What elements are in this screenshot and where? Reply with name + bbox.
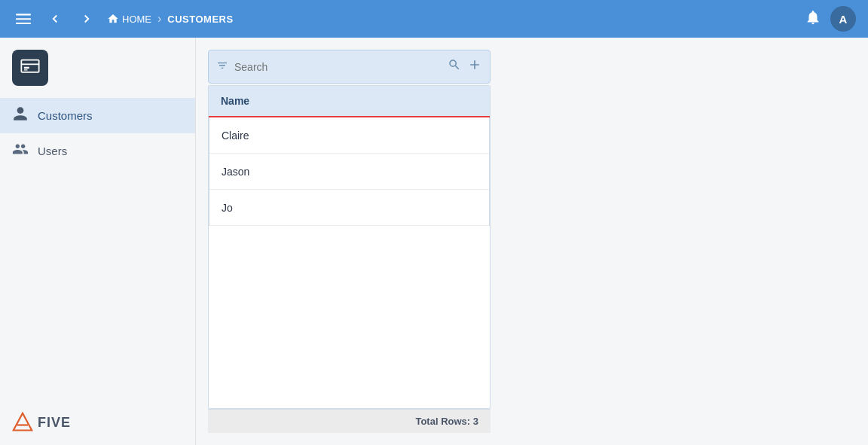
filter-icon[interactable] [216, 59, 228, 75]
home-breadcrumb[interactable]: HOME [107, 13, 151, 25]
notifications-icon[interactable] [805, 9, 821, 29]
sidebar-item-customers-label: Customers [38, 109, 93, 122]
data-table-wrapper: Name Claire Jason Jo Total Rows: 3 [208, 85, 491, 433]
avatar[interactable]: A [830, 6, 856, 32]
table-row[interactable]: Jason [209, 154, 489, 190]
svg-rect-2 [16, 23, 31, 24]
customer-name-jo: Jo [222, 202, 233, 214]
menu-icon[interactable] [12, 8, 35, 30]
topnav-right: A [805, 6, 856, 32]
customers-icon [12, 105, 29, 126]
svg-rect-3 [21, 60, 38, 72]
svg-rect-5 [24, 67, 29, 69]
table-row[interactable]: Jo [209, 190, 489, 226]
table-row[interactable]: Claire [209, 117, 489, 154]
search-icon[interactable] [448, 58, 461, 75]
app-logo [12, 50, 48, 86]
sidebar: Customers Users FIVE [0, 38, 196, 445]
svg-rect-6 [24, 69, 28, 70]
back-icon[interactable] [44, 8, 66, 30]
forward-icon[interactable] [75, 8, 98, 30]
breadcrumb-separator: › [157, 12, 161, 26]
svg-rect-1 [16, 18, 31, 20]
sidebar-item-users[interactable]: Users [0, 133, 195, 169]
table-rows-container: Claire Jason Jo [209, 117, 490, 226]
sidebar-item-customers[interactable]: Customers [0, 98, 195, 133]
search-input[interactable] [234, 61, 442, 73]
svg-rect-0 [16, 14, 31, 15]
add-icon[interactable] [467, 57, 482, 76]
sidebar-item-users-label: Users [38, 145, 67, 157]
total-rows-label: Total Rows: 3 [415, 416, 478, 427]
five-logo: FIVE [0, 400, 83, 445]
main-layout: Customers Users FIVE [0, 38, 868, 445]
table-footer: Total Rows: 3 [208, 409, 491, 433]
breadcrumb: HOME › CUSTOMERS [107, 12, 796, 26]
customer-name-claire: Claire [222, 130, 249, 142]
svg-marker-7 [14, 413, 32, 431]
five-logo-text: FIVE [38, 415, 71, 431]
table-header: Name [209, 86, 490, 117]
users-icon [12, 141, 29, 161]
main-content: Name Claire Jason Jo Total Rows: 3 [196, 38, 868, 445]
breadcrumb-current: CUSTOMERS [167, 14, 233, 25]
data-table: Name Claire Jason Jo [208, 85, 491, 409]
name-column-header: Name [221, 95, 249, 107]
search-bar [208, 50, 491, 84]
customer-name-jason: Jason [222, 166, 249, 178]
topnav: HOME › CUSTOMERS A [0, 0, 868, 38]
